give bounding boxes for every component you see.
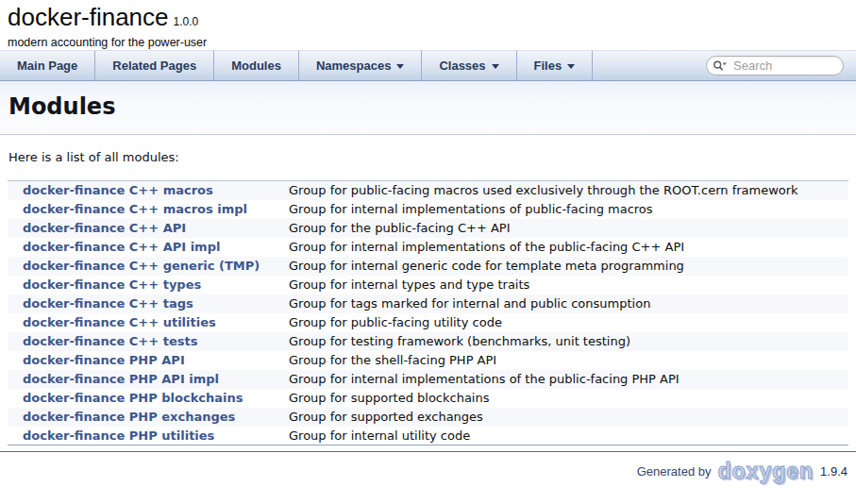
project-name: docker-finance bbox=[8, 3, 169, 31]
module-link[interactable]: docker-finance C++ API bbox=[23, 221, 186, 235]
search-box[interactable] bbox=[706, 56, 844, 76]
tab-label: Main Page bbox=[17, 59, 77, 73]
tab-main-page[interactable]: Main Page bbox=[0, 51, 95, 80]
contents: Here is a list of all modules: docker-fi… bbox=[8, 150, 848, 445]
module-link[interactable]: docker-finance PHP exchanges bbox=[23, 410, 235, 424]
table-row: docker-finance C++ tagsGroup for tags ma… bbox=[8, 294, 848, 313]
module-link[interactable]: docker-finance PHP API bbox=[23, 353, 185, 367]
generated-by-label: Generated by bbox=[637, 464, 712, 479]
module-description: Group for internal implementations of pu… bbox=[287, 200, 848, 219]
table-row: docker-finance C++ testsGroup for testin… bbox=[8, 332, 848, 351]
table-row: docker-finance C++ macros implGroup for … bbox=[8, 200, 848, 219]
intro-text: Here is a list of all modules: bbox=[8, 150, 848, 165]
tab-label: Files bbox=[534, 59, 562, 73]
module-link[interactable]: docker-finance C++ types bbox=[23, 277, 201, 292]
masthead: docker-finance1.0.0 modern accounting fo… bbox=[0, 0, 856, 50]
module-link[interactable]: docker-finance C++ tags bbox=[23, 296, 193, 311]
chevron-down-icon bbox=[723, 62, 727, 65]
chevron-down-icon bbox=[492, 64, 499, 69]
module-link[interactable]: docker-finance C++ API impl bbox=[23, 240, 220, 254]
search-input[interactable] bbox=[731, 58, 835, 74]
project-brief: modern accounting for the power-user bbox=[8, 36, 856, 50]
search-icon[interactable] bbox=[713, 59, 728, 73]
tab-namespaces[interactable]: Namespaces bbox=[299, 51, 423, 80]
project-title-row: docker-finance1.0.0 bbox=[8, 3, 856, 36]
module-link[interactable]: docker-finance PHP blockchains bbox=[23, 391, 243, 405]
tab-modules[interactable]: Modules bbox=[214, 51, 299, 80]
page-header: Modules bbox=[0, 81, 856, 135]
modules-table-body: docker-finance C++ macrosGroup for publi… bbox=[8, 181, 848, 445]
module-description: Group for supported exchanges bbox=[287, 408, 848, 427]
module-link[interactable]: docker-finance C++ tests bbox=[23, 334, 197, 348]
nav-tabs: Main PageRelated PagesModulesNamespacesC… bbox=[0, 51, 593, 80]
module-description: Group for internal implementations of th… bbox=[287, 238, 848, 257]
module-description: Group for internal utility code bbox=[287, 427, 848, 445]
footer: Generated by doxygen 1.9.4 bbox=[0, 452, 856, 481]
table-row: docker-finance PHP exchangesGroup for su… bbox=[8, 408, 848, 427]
module-link[interactable]: docker-finance C++ macros bbox=[23, 183, 213, 197]
tab-related-pages[interactable]: Related Pages bbox=[95, 51, 214, 80]
modules-table: docker-finance C++ macrosGroup for publi… bbox=[8, 180, 848, 445]
table-row: docker-finance C++ API implGroup for int… bbox=[8, 238, 848, 257]
table-row: docker-finance PHP utilitiesGroup for in… bbox=[8, 427, 848, 445]
module-description: Group for internal implementations of th… bbox=[287, 370, 848, 389]
module-description: Group for testing framework (benchmarks,… bbox=[287, 332, 848, 351]
table-row: docker-finance PHP APIGroup for the shel… bbox=[8, 351, 848, 370]
module-description: Group for public-facing utility code bbox=[287, 313, 848, 332]
page-title: Modules bbox=[0, 81, 856, 120]
table-row: docker-finance C++ typesGroup for intern… bbox=[8, 276, 848, 294]
chevron-down-icon bbox=[567, 64, 575, 69]
module-description: Group for supported blockchains bbox=[287, 389, 848, 408]
table-row: docker-finance C++ macrosGroup for publi… bbox=[8, 181, 848, 200]
tab-files[interactable]: Files bbox=[517, 51, 594, 80]
module-link[interactable]: docker-finance C++ macros impl bbox=[23, 202, 247, 216]
main-navbar: Main PageRelated PagesModulesNamespacesC… bbox=[0, 50, 856, 81]
module-link[interactable]: docker-finance PHP API impl bbox=[23, 372, 219, 386]
table-row: docker-finance PHP blockchainsGroup for … bbox=[8, 389, 848, 408]
module-link[interactable]: docker-finance PHP utilities bbox=[23, 428, 214, 443]
tab-label: Namespaces bbox=[316, 59, 392, 73]
doxygen-logo[interactable]: doxygen bbox=[718, 461, 814, 481]
table-row: docker-finance C++ APIGroup for the publ… bbox=[8, 219, 848, 238]
generator-version: 1.9.4 bbox=[820, 464, 848, 479]
module-description: Group for the public-facing C++ API bbox=[287, 219, 848, 238]
module-link[interactable]: docker-finance C++ generic (TMP) bbox=[23, 259, 260, 273]
tab-label: Modules bbox=[231, 59, 281, 73]
chevron-down-icon bbox=[396, 64, 404, 69]
module-description: Group for the shell-facing PHP API bbox=[287, 351, 848, 370]
tab-classes[interactable]: Classes bbox=[422, 51, 516, 80]
module-description: Group for tags marked for internal and p… bbox=[287, 294, 848, 313]
module-link[interactable]: docker-finance C++ utilities bbox=[23, 315, 216, 329]
table-row: docker-finance PHP API implGroup for int… bbox=[8, 370, 848, 389]
tab-label: Related Pages bbox=[112, 59, 196, 73]
project-version: 1.0.0 bbox=[174, 15, 199, 28]
module-description: Group for internal generic code for temp… bbox=[287, 257, 848, 276]
table-row: docker-finance C++ generic (TMP)Group fo… bbox=[8, 257, 848, 276]
table-row: docker-finance C++ utilitiesGroup for pu… bbox=[8, 313, 848, 332]
tab-label: Classes bbox=[439, 59, 485, 73]
module-description: Group for internal types and type traits bbox=[287, 276, 848, 294]
module-description: Group for public-facing macros used excl… bbox=[287, 181, 848, 200]
